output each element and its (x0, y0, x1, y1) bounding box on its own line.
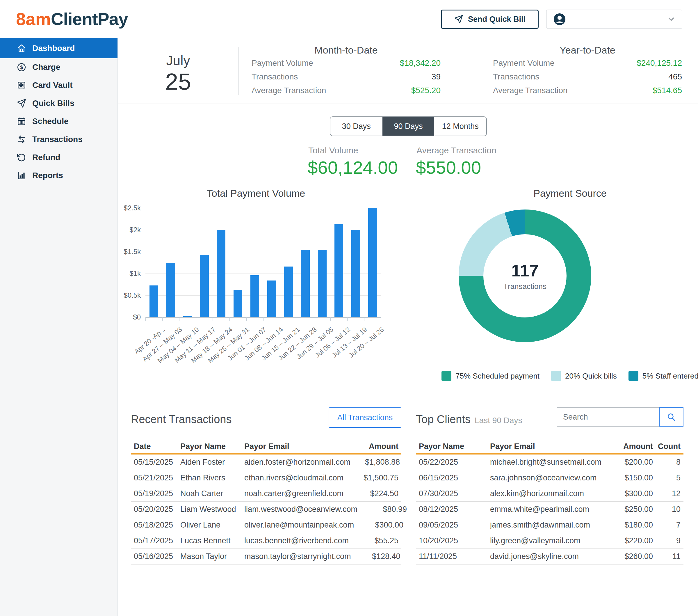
average-transaction-value: $550.00 (416, 157, 481, 178)
top-clients-body: 05/22/2025 michael.bright@sunsetmail.com… (416, 454, 683, 564)
col-payor-email: Payor Email (244, 442, 349, 451)
cell-amount: $80.99 (358, 505, 407, 514)
bar-slot (145, 208, 162, 317)
cell-date: 05/18/2025 (134, 521, 180, 530)
table-row: 11/11/2025 david.jones@skyline.com $260.… (416, 549, 683, 564)
search-input[interactable] (557, 407, 659, 427)
cell-payor-name: 05/22/2025 (419, 458, 490, 467)
bar (284, 266, 293, 317)
legend-swatch (628, 371, 638, 381)
y-axis-tick-label: $2k (117, 226, 141, 234)
cell-count: 12 (653, 489, 681, 498)
date-divider (238, 47, 239, 95)
table-row: 05/19/2025 Noah Carter noah.carter@green… (131, 486, 401, 502)
bar (368, 208, 377, 317)
bar (200, 255, 209, 317)
send-quick-bill-button[interactable]: Send Quick Bill (441, 10, 539, 29)
search-button[interactable] (659, 407, 683, 427)
ytd-transactions-label: Transactions (493, 72, 539, 81)
cell-payor-email: sara.johnson@oceanview.com (490, 474, 603, 482)
cell-amount: $1,808.88 (350, 458, 400, 467)
cell-date: 05/21/2025 (134, 474, 180, 482)
cell-date: 05/17/2025 (134, 536, 180, 545)
bar (183, 316, 192, 317)
paper-plane-icon (17, 98, 27, 108)
average-transaction-label: Average Transaction (417, 146, 497, 155)
col-amount: Amount (349, 442, 399, 451)
bar-chart-title: Total Payment Volume (125, 188, 387, 199)
ytd-title: Year-to-Date (493, 44, 682, 56)
sidebar-item-dashboard[interactable]: Dashboard (0, 38, 117, 58)
table-row: 05/20/2025 Liam Westwood liam.westwood@o… (131, 502, 401, 517)
bars (145, 208, 381, 317)
sidebar-item-label: Schedule (32, 117, 68, 126)
client-search (557, 407, 683, 427)
bar-slot (314, 208, 331, 317)
stats-band: July 25 Month-to-Date Payment Volume $18… (118, 38, 698, 104)
all-transactions-button[interactable]: All Transactions (329, 407, 401, 428)
table-row: 06/15/2025 sara.johnson@oceanview.com $1… (416, 470, 683, 486)
cell-payor-name: Lucas Bennett (180, 536, 244, 545)
bar (351, 230, 360, 317)
cell-amount: $260.00 (603, 552, 653, 561)
sidebar-item-label: Charge (32, 63, 60, 72)
legend-label: 5% Staff entered (642, 372, 698, 381)
bar-slot (229, 208, 246, 317)
y-axis-tick-label: $1k (117, 270, 141, 277)
sidebar-item-label: Transactions (32, 135, 83, 144)
dollar-circle-icon: $ (17, 62, 27, 72)
cell-amount: $200.00 (603, 458, 653, 467)
y-axis-tick-label: $2.5k (117, 204, 141, 212)
total-payment-volume-chart: Total Payment Volume $2.5k$2k$1.5k$1k$0.… (125, 188, 387, 392)
legend-label: 75% Scheduled payment (456, 372, 540, 381)
total-volume-label: Total Volume (308, 146, 358, 155)
bar (318, 250, 326, 317)
cell-date: 05/19/2025 (134, 489, 180, 498)
cell-count: 11 (653, 552, 681, 561)
cell-payor-email: james.smith@dawnmail.com (490, 521, 603, 530)
bar-slot (179, 208, 196, 317)
table-row: 09/05/2025 james.smith@dawnmail.com $180… (416, 517, 683, 533)
table-row: 10/20/2025 lily.green@valleymail.com $22… (416, 533, 683, 549)
cell-payor-email: mason.taylor@starrynight.com (244, 552, 351, 561)
mtd-transactions-label: Transactions (252, 72, 298, 81)
donut-legend: 75% Scheduled payment20% Quick bills5% S… (445, 371, 695, 381)
svg-text:$: $ (20, 65, 23, 70)
col-amount: Amount (603, 442, 653, 451)
tab-90-days[interactable]: 90 Days (382, 117, 434, 136)
sidebar-item-charge[interactable]: $ Charge (0, 58, 117, 76)
user-avatar-icon (553, 13, 566, 26)
cell-date: 05/15/2025 (134, 458, 180, 467)
ytd-transactions-row: Transactions 465 (493, 70, 682, 83)
col-count: Count (653, 442, 681, 451)
cell-payor-name: 06/15/2025 (419, 474, 490, 482)
sidebar-item-schedule[interactable]: Schedule (0, 112, 117, 131)
tab-30-days[interactable]: 30 Days (330, 117, 382, 136)
tab-12-months[interactable]: 12 Months (434, 117, 486, 136)
col-payor-name: Payor Name (180, 442, 244, 451)
bar (234, 290, 242, 317)
sidebar-item-reports[interactable]: Reports (0, 166, 117, 184)
sidebar-item-refund[interactable]: Refund (0, 148, 117, 166)
ytd-average-label: Average Transaction (493, 86, 568, 95)
transfer-arrows-icon (17, 134, 27, 144)
ytd-payment-volume-value: $240,125.12 (637, 58, 682, 68)
cell-payor-email: emma.white@pearlmail.com (490, 505, 603, 514)
cell-count: 5 (653, 474, 681, 482)
cell-count: 10 (653, 505, 681, 514)
donut-ring: 117 Transactions (459, 209, 591, 342)
cell-payor-email: lucas.bennett@riverbend.com (244, 536, 349, 545)
profile-dropdown[interactable] (546, 10, 682, 29)
sidebar-item-card-vault[interactable]: Card Vault (0, 76, 117, 94)
bar-slot (330, 208, 347, 317)
logo-clientpay: ClientPay (51, 9, 128, 29)
x-axis-labels: Apr 20 -Ap...Apr 27 – May 03May 04 – May… (145, 321, 381, 380)
cell-date: 05/20/2025 (134, 505, 180, 514)
sidebar-item-quick-bills[interactable]: Quick Bills (0, 94, 117, 112)
table-row: 07/30/2025 alex.kim@horizonmail.com $300… (416, 486, 683, 502)
sidebar-item-transactions[interactable]: Transactions (0, 131, 117, 148)
cell-amount: $150.00 (603, 474, 653, 482)
mtd-title: Month-to-Date (252, 44, 441, 56)
cell-amount: $220.00 (603, 536, 653, 545)
cell-payor-email: michael.bright@sunsetmail.com (490, 458, 603, 467)
